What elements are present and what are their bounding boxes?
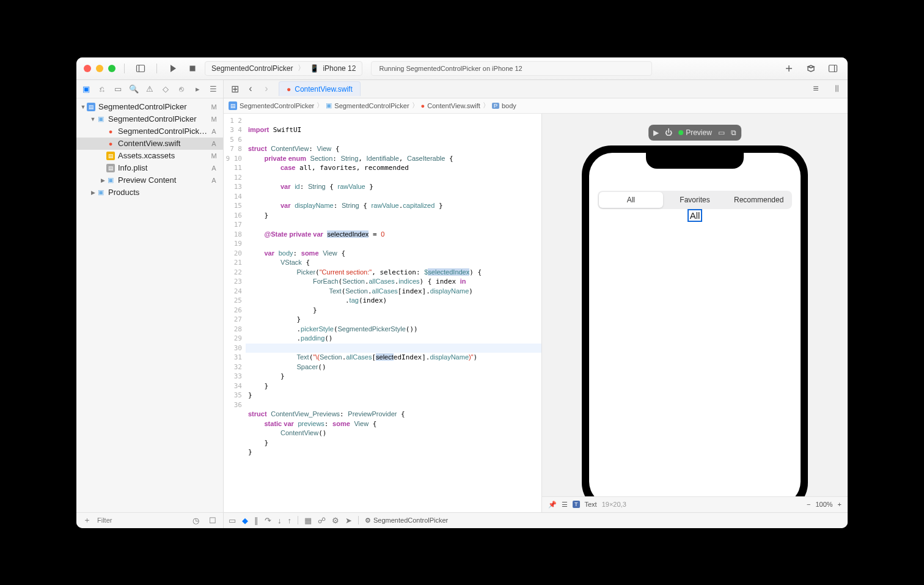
breakpoint-navigator-icon[interactable]: ▸ bbox=[191, 82, 204, 95]
debug-scheme[interactable]: ⚙SegmentedControlPicker bbox=[365, 517, 448, 524]
zoom-out-icon[interactable]: − bbox=[807, 501, 810, 508]
project-icon: ▤ bbox=[86, 102, 96, 112]
tree-row[interactable]: ▶▣Preview ContentA bbox=[76, 174, 223, 186]
filter-input[interactable] bbox=[97, 517, 185, 524]
minimize-button[interactable] bbox=[96, 65, 103, 72]
scm-filter-icon[interactable]: ☐ bbox=[206, 513, 219, 527]
symbol-navigator-icon[interactable]: ▭ bbox=[112, 82, 124, 95]
step-over-icon[interactable]: ↷ bbox=[265, 516, 271, 525]
related-items-icon[interactable]: ⊞ bbox=[227, 81, 242, 96]
adjust-editor-icon[interactable]: ⫴ bbox=[829, 81, 844, 96]
view-debug-icon[interactable]: ▦ bbox=[304, 516, 312, 525]
minimap-toggle-icon[interactable]: ≡ bbox=[809, 81, 823, 96]
selected-text-label[interactable]: All bbox=[688, 209, 703, 222]
find-navigator-icon[interactable]: 🔍 bbox=[128, 82, 140, 95]
preview-resume-icon[interactable]: ▶ bbox=[653, 128, 659, 137]
preview-live-indicator[interactable]: Preview bbox=[678, 128, 712, 137]
scm-badge: A bbox=[210, 177, 218, 184]
element-type-icon: T bbox=[573, 501, 580, 508]
scm-badge: M bbox=[210, 152, 218, 160]
segmented-picker[interactable]: All Favorites Recommended bbox=[598, 191, 792, 209]
zoom-in-icon[interactable]: + bbox=[838, 501, 842, 508]
element-type: Text bbox=[585, 501, 597, 508]
library-button[interactable] bbox=[804, 61, 818, 76]
stop-button[interactable] bbox=[185, 61, 200, 76]
editor-area: ⊞ ‹ › ● ContentView.swift ≡ ⫴ ▤Segmented… bbox=[224, 80, 848, 528]
plist-icon: ▤ bbox=[106, 163, 116, 173]
device-screen[interactable]: All Favorites Recommended All bbox=[589, 153, 801, 496]
line-gutter: 1 2 3 4 5 6 7 8 9 10 11 12 13 14 15 16 1… bbox=[224, 114, 246, 512]
preview-duplicate-icon[interactable]: ⧉ bbox=[731, 128, 736, 137]
project-navigator-icon[interactable]: ▣ bbox=[80, 82, 92, 95]
nav-back-icon[interactable]: ‹ bbox=[243, 81, 258, 96]
pin-icon[interactable]: 📌 bbox=[548, 501, 557, 509]
activity-status: Running SegmentedControlPicker on iPhone… bbox=[371, 61, 652, 76]
step-in-icon[interactable]: ↓ bbox=[277, 516, 282, 525]
debug-hide-icon[interactable]: ▭ bbox=[229, 516, 236, 525]
disclosure-icon[interactable]: ▶ bbox=[100, 177, 106, 183]
scm-badge: A bbox=[210, 128, 218, 135]
step-out-icon[interactable]: ↑ bbox=[288, 516, 292, 525]
code-content[interactable]: import SwiftUI struct ContentView: View … bbox=[246, 114, 541, 512]
code-editor[interactable]: 1 2 3 4 5 6 7 8 9 10 11 12 13 14 15 16 1… bbox=[224, 114, 542, 512]
preview-power-icon[interactable]: ⏻ bbox=[665, 128, 672, 137]
preview-toolbar: ▶ ⏻ Preview ▭ ⧉ bbox=[648, 125, 741, 141]
preview-device-icon[interactable]: ▭ bbox=[718, 128, 725, 137]
svg-rect-0 bbox=[137, 65, 145, 72]
tree-label: ContentView.swift bbox=[118, 139, 210, 148]
issue-navigator-icon[interactable]: ⚠ bbox=[144, 82, 156, 95]
location-icon[interactable]: ➤ bbox=[345, 516, 352, 525]
disclosure-icon[interactable]: ▼ bbox=[90, 116, 96, 122]
sidebar-toggle-icon[interactable] bbox=[133, 61, 148, 76]
memory-graph-icon[interactable]: ☍ bbox=[318, 516, 326, 525]
project-tree[interactable]: ▼▤SegmentedControlPickerM▼▣SegmentedCont… bbox=[76, 98, 223, 512]
tree-label: SegmentedControlPicker bbox=[98, 102, 210, 111]
tree-label: SegmentedControlPicker bbox=[108, 114, 210, 123]
add-button[interactable] bbox=[782, 61, 796, 76]
tree-row[interactable]: ▤Assets.xcassetsM bbox=[76, 150, 223, 162]
inspector-list-icon[interactable]: ☰ bbox=[562, 501, 568, 509]
environment-icon[interactable]: ⚙ bbox=[332, 516, 339, 525]
inspector-toggle-icon[interactable] bbox=[826, 61, 840, 76]
tree-row[interactable]: ▤Info.plistA bbox=[76, 162, 223, 174]
add-file-icon[interactable]: ＋ bbox=[80, 513, 94, 527]
preview-pane: ▶ ⏻ Preview ▭ ⧉ All Favorites bbox=[542, 114, 848, 512]
continue-icon[interactable]: ‖ bbox=[254, 516, 258, 525]
folder-icon: ▣ bbox=[96, 114, 106, 124]
test-navigator-icon[interactable]: ◇ bbox=[160, 82, 172, 95]
tree-label: Preview Content bbox=[118, 175, 210, 185]
tab-contentview[interactable]: ● ContentView.swift bbox=[279, 81, 361, 96]
segment-all[interactable]: All bbox=[599, 192, 663, 208]
report-navigator-icon[interactable]: ☰ bbox=[207, 82, 219, 95]
tree-row[interactable]: ▼▣SegmentedControlPickerM bbox=[76, 113, 223, 125]
jump-bar[interactable]: ▤SegmentedControlPicker 〉 ▣SegmentedCont… bbox=[224, 98, 848, 114]
preview-canvas[interactable]: ▶ ⏻ Preview ▭ ⧉ All Favorites bbox=[542, 114, 848, 496]
segment-recommended[interactable]: Recommended bbox=[727, 192, 791, 208]
nav-forward-icon[interactable]: › bbox=[259, 81, 274, 96]
recent-filter-icon[interactable]: ◷ bbox=[189, 513, 202, 527]
scm-badge: A bbox=[210, 140, 218, 147]
breakpoints-icon[interactable]: ◆ bbox=[242, 516, 248, 525]
close-button[interactable] bbox=[84, 65, 91, 72]
scm-badge: M bbox=[210, 103, 218, 111]
debug-navigator-icon[interactable]: ⎋ bbox=[175, 82, 188, 95]
segment-favorites[interactable]: Favorites bbox=[663, 192, 727, 208]
disclosure-icon[interactable]: ▶ bbox=[90, 189, 96, 196]
scheme-selector[interactable]: SegmentedControlPicker 〉 📱 iPhone 12 bbox=[205, 61, 362, 76]
disclosure-icon[interactable]: ▼ bbox=[80, 104, 86, 110]
traffic-lights bbox=[84, 65, 116, 72]
tree-label: Assets.xcassets bbox=[118, 151, 210, 160]
svg-rect-2 bbox=[190, 65, 196, 71]
scm-badge: M bbox=[210, 116, 218, 123]
run-button[interactable] bbox=[166, 61, 180, 76]
device-frame: All Favorites Recommended All bbox=[582, 145, 808, 496]
tree-row[interactable]: ▶▣Products bbox=[76, 186, 223, 199]
tree-label: SegmentedControlPicke... bbox=[118, 127, 210, 136]
tree-row[interactable]: ●SegmentedControlPicke...A bbox=[76, 125, 223, 138]
tree-row[interactable]: ▼▤SegmentedControlPickerM bbox=[76, 101, 223, 113]
tree-row[interactable]: ●ContentView.swiftA bbox=[76, 138, 223, 150]
debug-bar: ▭ ◆ ‖ ↷ ↓ ↑ ▦ ☍ ⚙ ➤ ⚙SegmentedControlPic… bbox=[224, 512, 848, 528]
source-control-navigator-icon[interactable]: ⎌ bbox=[96, 82, 108, 95]
navigator-selector: ▣ ⎌ ▭ 🔍 ⚠ ◇ ⎋ ▸ ☰ bbox=[76, 80, 223, 98]
zoom-button[interactable] bbox=[108, 65, 116, 72]
